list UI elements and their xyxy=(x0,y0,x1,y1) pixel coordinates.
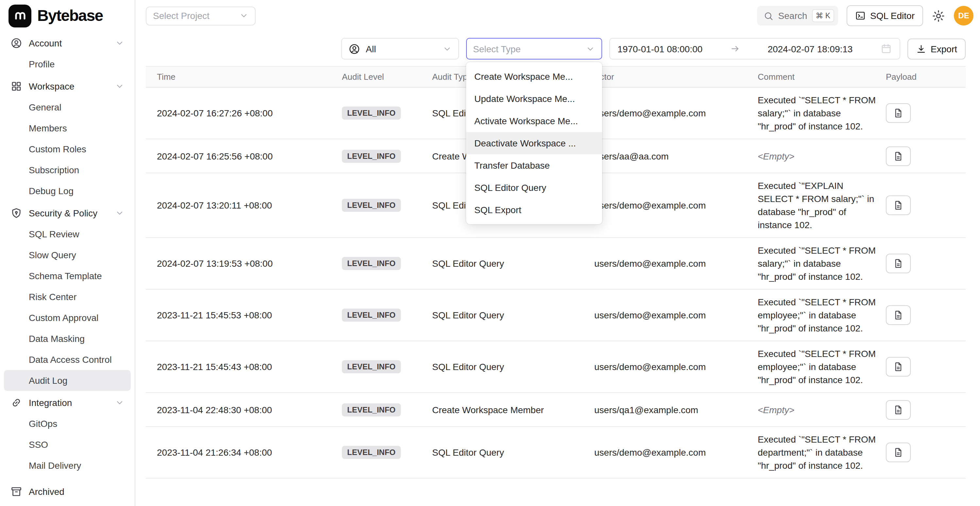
main-area: Select Project Search ⌘ K SQL Editor DE xyxy=(135,0,980,506)
audit-level-badge: LEVEL_INFO xyxy=(342,257,401,270)
brand-name: Bytebase xyxy=(37,6,103,25)
sidebar-item-gitops[interactable]: GitOps xyxy=(4,413,131,434)
sidebar-item-data-masking[interactable]: Data Masking xyxy=(4,328,131,349)
cell-actor: users/qa1@example.com xyxy=(594,398,758,421)
avatar[interactable]: DE xyxy=(954,6,974,25)
type-filter-select[interactable]: Select Type xyxy=(466,38,602,59)
date-range-picker[interactable]: 1970-01-01 08:00:00 2024-02-07 18:09:13 xyxy=(609,38,900,59)
audit-level-badge: LEVEL_INFO xyxy=(342,199,401,212)
type-filter-wrap: Select Type Create Workspace Me...Update… xyxy=(466,38,602,59)
menu-item-sql-export[interactable]: SQL Export xyxy=(466,199,602,221)
table-row: 2024-02-07 13:19:53 +08:00LEVEL_INFOSQL … xyxy=(146,238,966,290)
payload-button[interactable] xyxy=(886,305,911,325)
sidebar-item-subscription[interactable]: Subscription xyxy=(4,159,131,180)
chevron-down-icon xyxy=(442,44,452,53)
project-select[interactable]: Select Project xyxy=(146,6,256,25)
sidebar-nav: AccountProfileWorkspaceGeneralMembersCus… xyxy=(0,31,135,476)
cell-actor: users/demo@example.com xyxy=(594,356,758,378)
sidebar-item-data-access-control[interactable]: Data Access Control xyxy=(4,349,131,370)
actor-filter-select[interactable]: All xyxy=(341,38,459,59)
sidebar-item-profile[interactable]: Profile xyxy=(4,54,131,75)
chevron-down-icon xyxy=(239,11,248,20)
sidebar-item-mail-delivery[interactable]: Mail Delivery xyxy=(4,455,131,476)
document-icon xyxy=(893,108,904,118)
sidebar-section-security-policy[interactable]: Security & Policy xyxy=(4,203,131,224)
sql-editor-label: SQL Editor xyxy=(870,10,915,21)
audit-level-badge: LEVEL_INFO xyxy=(342,403,401,416)
cell-audit-type: Create Workspace Member xyxy=(432,398,594,421)
cell-payload xyxy=(886,189,966,221)
sidebar-section-workspace[interactable]: Workspace xyxy=(4,76,131,97)
chevron-down-icon xyxy=(585,44,595,53)
sidebar-item-risk-center[interactable]: Risk Center xyxy=(4,286,131,307)
search-input[interactable]: Search ⌘ K xyxy=(757,6,838,25)
sidebar-item-general[interactable]: General xyxy=(4,97,131,118)
document-icon xyxy=(893,310,904,320)
cell-audit-level: LEVEL_INFO xyxy=(342,251,432,276)
sidebar-item-sql-review[interactable]: SQL Review xyxy=(4,224,131,245)
sidebar-section-label: Workspace xyxy=(29,81,75,92)
sql-editor-button[interactable]: SQL Editor xyxy=(846,5,923,26)
type-filter-placeholder: Select Type xyxy=(473,43,521,54)
user-icon xyxy=(10,37,22,49)
cell-payload xyxy=(886,351,966,382)
cell-payload xyxy=(886,97,966,129)
payload-button[interactable] xyxy=(886,146,911,166)
cell-audit-type: SQL Editor Query xyxy=(432,304,594,326)
sidebar-item-archived[interactable]: Archived xyxy=(4,481,131,502)
cell-audit-type: SQL Editor Query xyxy=(432,441,594,463)
cell-actor: users/demo@example.com xyxy=(594,102,758,124)
menu-item-sql-editor-query[interactable]: SQL Editor Query xyxy=(466,177,602,199)
cell-comment: Executed `"SELECT * FROM salary;"` in da… xyxy=(758,88,886,138)
cell-payload xyxy=(886,394,966,425)
sql-editor-icon xyxy=(855,10,865,21)
menu-item-transfer-database[interactable]: Transfer Database xyxy=(466,154,602,177)
cell-time: 2024-02-07 16:27:26 +08:00 xyxy=(146,102,342,124)
sidebar-item-audit-log[interactable]: Audit Log xyxy=(4,370,131,391)
bytebase-app: Bytebase AccountProfileWorkspaceGeneralM… xyxy=(0,0,980,506)
date-to-value: 2024-02-07 18:09:13 xyxy=(767,43,853,54)
sidebar-item-sso[interactable]: SSO xyxy=(4,434,131,455)
table-row: 2023-11-21 15:45:53 +08:00LEVEL_INFOSQL … xyxy=(146,290,966,341)
cell-time: 2024-02-07 16:25:56 +08:00 xyxy=(146,145,342,167)
menu-item-update-workspace-me[interactable]: Update Workspace Me... xyxy=(466,88,602,110)
sidebar-item-custom-roles[interactable]: Custom Roles xyxy=(4,138,131,159)
bytebase-logo-icon xyxy=(8,4,31,27)
cell-actor: users/demo@example.com xyxy=(594,252,758,275)
cell-audit-level: LEVEL_INFO xyxy=(342,101,432,126)
sidebar-item-slow-query[interactable]: Slow Query xyxy=(4,245,131,266)
column-header-payload: Payload xyxy=(886,72,966,82)
table-row: 2023-11-04 22:48:30 +08:00LEVEL_INFOCrea… xyxy=(146,393,966,427)
audit-level-badge: LEVEL_INFO xyxy=(342,150,401,162)
payload-button[interactable] xyxy=(886,103,911,123)
gear-icon xyxy=(932,9,945,22)
payload-button[interactable] xyxy=(886,357,911,377)
settings-button[interactable] xyxy=(932,9,945,22)
sidebar-item-debug-log[interactable]: Debug Log xyxy=(4,180,131,201)
menu-item-create-workspace-me[interactable]: Create Workspace Me... xyxy=(466,65,602,88)
audit-log-page: All Select Type Create Workspace Me...Up… xyxy=(135,31,980,506)
menu-item-activate-workspace-me[interactable]: Activate Workspace Me... xyxy=(466,110,602,132)
export-button[interactable]: Export xyxy=(907,38,966,59)
menu-item-deactivate-workspace[interactable]: Deactivate Workspace ... xyxy=(466,132,602,154)
document-icon xyxy=(893,404,904,415)
cell-actor: users/aa@aa.com xyxy=(594,145,758,167)
sidebar-item-schema-template[interactable]: Schema Template xyxy=(4,266,131,286)
payload-button[interactable] xyxy=(886,254,911,273)
sidebar-item-members[interactable]: Members xyxy=(4,118,131,138)
sidebar-section-account[interactable]: Account xyxy=(4,33,131,54)
payload-button[interactable] xyxy=(886,442,911,462)
payload-button[interactable] xyxy=(886,196,911,215)
cell-audit-level: LEVEL_INFO xyxy=(342,143,432,168)
bytebase-logo[interactable]: Bytebase xyxy=(0,0,135,31)
payload-button[interactable] xyxy=(886,400,911,419)
sidebar-section-integration[interactable]: Integration xyxy=(4,392,131,413)
document-icon xyxy=(893,361,904,372)
cell-payload xyxy=(886,437,966,468)
sidebar-item-custom-approval[interactable]: Custom Approval xyxy=(4,307,131,328)
sidebar: Bytebase AccountProfileWorkspaceGeneralM… xyxy=(0,0,135,506)
audit-level-badge: LEVEL_INFO xyxy=(342,107,401,119)
export-label: Export xyxy=(931,43,957,54)
calendar-icon xyxy=(880,43,891,54)
sidebar-section-label: Account xyxy=(29,38,62,48)
